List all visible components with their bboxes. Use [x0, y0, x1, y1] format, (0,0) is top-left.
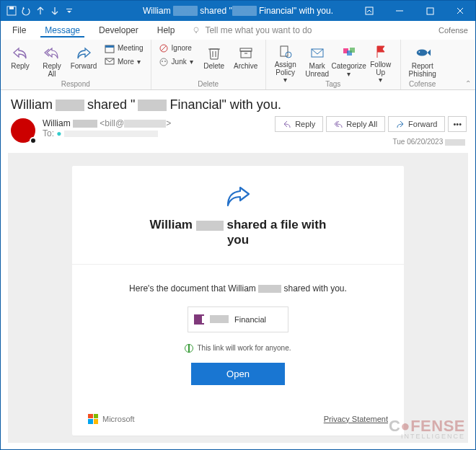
svg-rect-11 [105, 45, 114, 48]
svg-rect-1 [9, 6, 14, 9]
svg-rect-29 [350, 48, 355, 53]
categorize-button[interactable]: Categorize▾ [334, 42, 364, 79]
archive-button[interactable]: Archive [231, 42, 261, 79]
tab-help[interactable]: Help [153, 23, 180, 38]
svg-point-30 [416, 49, 427, 56]
tab-message[interactable]: Message [40, 23, 84, 38]
forward-icon [396, 120, 405, 128]
group-label-respond: Respond [61, 80, 90, 88]
up-arrow-icon[interactable] [35, 6, 45, 16]
to-line: To: ● [43, 128, 171, 138]
share-description: Here's the document that William shared … [101, 283, 375, 294]
svg-rect-21 [240, 48, 252, 51]
collapse-ribbon-icon[interactable]: ⌃ [465, 79, 471, 87]
svg-rect-22 [241, 51, 251, 58]
group-label-delete: Delete [198, 80, 219, 88]
close-icon[interactable] [445, 1, 475, 21]
follow-up-button[interactable]: Follow Up▾ [366, 42, 396, 79]
archive-icon [237, 44, 255, 61]
received-date: Tue 06/20/2023 [393, 138, 465, 146]
delete-icon [206, 44, 223, 61]
ribbon-group-cofense: Report Phishing Cofense [401, 40, 444, 89]
report-phishing-button[interactable]: Report Phishing [405, 42, 440, 79]
down-arrow-icon[interactable] [50, 6, 60, 16]
action-buttons: Reply Reply All Forward ••• [275, 116, 467, 132]
assign-policy-button[interactable]: Assign Policy▾ [270, 42, 301, 79]
titlebar: William XXXX shared "XXXX Financial" wit… [1, 1, 475, 21]
tab-developer[interactable]: Developer [94, 23, 143, 38]
mark-unread-icon [309, 44, 326, 61]
file-name: Financial [234, 315, 266, 324]
tell-me-placeholder: Tell me what you want to do [205, 25, 312, 35]
junk-button[interactable]: Junk ▾ [156, 56, 196, 69]
svg-rect-5 [427, 8, 433, 14]
header-reply-all-button[interactable]: Reply All [326, 116, 385, 132]
microsoft-icon [88, 414, 98, 424]
svg-point-8 [194, 27, 198, 32]
presence-indicator [30, 137, 37, 144]
ribbon: Reply Reply All Forward Meeting More ▾ R… [1, 40, 475, 90]
microsoft-logo: Microsoft [88, 414, 135, 424]
svg-point-15 [160, 58, 167, 66]
more-icon [105, 57, 115, 67]
share-card: William shared a file withyou Here's the… [72, 166, 404, 436]
ribbon-group-respond: Reply Reply All Forward Meeting More ▾ R… [1, 40, 151, 89]
lightbulb-icon [192, 26, 200, 35]
forward-icon [75, 44, 92, 61]
brand-label: Cofense [438, 26, 468, 35]
open-button[interactable]: Open [191, 363, 285, 385]
svg-point-25 [286, 52, 291, 58]
header-reply-button[interactable]: Reply [275, 116, 323, 132]
save-icon[interactable] [6, 6, 17, 16]
forward-button[interactable]: Forward [69, 42, 99, 79]
header-more-button[interactable]: ••• [448, 116, 467, 132]
onenote-icon [194, 314, 204, 325]
chevron-down-icon: ▾ [137, 58, 141, 66]
fish-icon [414, 44, 431, 61]
ribbon-group-tags: Assign Policy▾ Mark Unread Categorize▾ F… [266, 40, 401, 89]
file-attachment[interactable]: Financial [188, 306, 288, 332]
reply-icon [283, 120, 291, 128]
delete-button[interactable]: Delete [199, 42, 229, 79]
chevron-down-icon: ▾ [347, 71, 351, 79]
reply-button[interactable]: Reply [5, 42, 35, 79]
window-controls [354, 1, 475, 21]
svg-line-14 [161, 45, 167, 51]
mark-unread-button[interactable]: Mark Unread [302, 42, 332, 79]
svg-rect-9 [195, 32, 197, 33]
share-icon [224, 185, 252, 211]
ribbon-options-icon[interactable] [354, 1, 384, 21]
group-label-tags: Tags [325, 80, 340, 88]
privacy-link[interactable]: Privacy Statement [324, 415, 388, 423]
from-line: William <bill@> [43, 118, 171, 128]
meeting-button[interactable]: Meeting [102, 42, 146, 55]
chevron-down-icon: ▾ [379, 76, 382, 84]
svg-point-17 [164, 61, 166, 62]
svg-point-16 [162, 61, 163, 62]
minimize-icon[interactable] [384, 1, 415, 21]
qat-dropdown-icon[interactable] [64, 6, 74, 16]
reply-all-button[interactable]: Reply All [37, 42, 67, 79]
more-respond-button[interactable]: More ▾ [102, 56, 146, 69]
meeting-icon [105, 43, 115, 53]
header-forward-button[interactable]: Forward [388, 116, 445, 132]
chevron-down-icon: ▾ [283, 76, 287, 84]
undo-icon[interactable] [21, 6, 31, 16]
svg-point-31 [418, 51, 420, 53]
avatar[interactable] [11, 118, 35, 143]
globe-icon [185, 344, 193, 353]
subject-line: Williamshared "Financial" with you. [11, 97, 465, 112]
maximize-icon[interactable] [415, 1, 445, 21]
ellipsis-icon: ••• [453, 120, 462, 128]
categorize-icon [340, 44, 358, 61]
message-header: Williamshared "Financial" with you. Will… [1, 90, 475, 147]
ribbon-group-delete: Ignore Junk ▾ Delete Archive Delete [151, 40, 266, 89]
policy-icon [277, 44, 294, 60]
menu-bar: File Message Developer Help Tell me what… [1, 21, 475, 40]
reply-all-icon [334, 120, 343, 128]
ignore-button[interactable]: Ignore [156, 42, 196, 55]
svg-rect-3 [366, 7, 373, 14]
tell-me-search[interactable]: Tell me what you want to do [192, 25, 312, 35]
tab-file[interactable]: File [8, 23, 30, 38]
chevron-down-icon: ▾ [190, 58, 193, 66]
